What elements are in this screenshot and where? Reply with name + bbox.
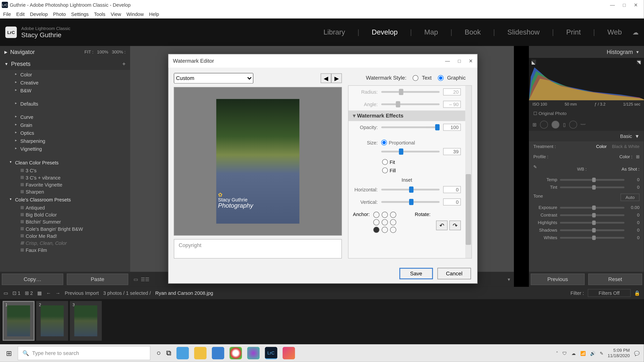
taskbar-cc-icon[interactable] [282, 347, 295, 359]
preset-item[interactable]: Favorite Vignette [0, 181, 130, 188]
histogram-header[interactable]: Histogram▼ [529, 46, 644, 58]
highlights-slider[interactable] [560, 222, 624, 223]
anchor-grid[interactable] [373, 212, 397, 233]
preset-folder-cole[interactable]: Cole's Classroom Presets [0, 195, 130, 204]
style-text-radio[interactable] [412, 75, 418, 81]
radial-tool-icon[interactable] [569, 121, 577, 129]
filter-lock-icon[interactable]: 🔒 [634, 290, 640, 296]
grad-tool-icon[interactable]: ▯ [563, 122, 566, 127]
opacity-value[interactable]: 100 [443, 124, 461, 131]
preset-group-curve[interactable]: Curve [0, 113, 130, 121]
menu-edit[interactable]: Edit [15, 11, 26, 16]
tray-onedrive-icon[interactable]: ☁ [572, 351, 576, 356]
menu-photo[interactable]: Photo [52, 11, 67, 16]
copyright-textarea[interactable]: Copyright [174, 239, 342, 259]
taskbar-mail-icon[interactable] [212, 347, 224, 359]
size-proportional-radio[interactable] [381, 140, 387, 145]
anchor-br[interactable] [390, 227, 396, 233]
filmstrip-thumb[interactable]: 3 [70, 301, 102, 341]
vert-value[interactable]: 0 [443, 198, 461, 205]
cloud-sync-icon[interactable]: ☁ [632, 29, 639, 36]
filter-dropdown[interactable]: Filters Off [588, 289, 630, 297]
preset-item[interactable]: Cole's Bangin' Bright B&W [0, 225, 130, 232]
source-label[interactable]: Previous Import [65, 291, 99, 296]
temp-value[interactable]: 0 [627, 177, 640, 182]
copy-button[interactable]: Copy… [2, 274, 64, 285]
preset-group-creative[interactable]: Creative [0, 79, 130, 86]
shadows-value[interactable]: 0 [627, 228, 640, 232]
loupe-view-icon[interactable]: ▭ [134, 276, 138, 282]
basic-panel-header[interactable]: Basic▼ [529, 131, 644, 141]
contrast-slider[interactable] [560, 214, 624, 216]
redeye-tool-icon[interactable] [552, 121, 559, 129]
presets-header[interactable]: ▼Presets + [0, 58, 130, 70]
taskbar-app-icon[interactable] [247, 347, 260, 359]
taskbar-lightroom-icon[interactable]: LrC [265, 347, 277, 359]
horiz-value[interactable]: 0 [443, 186, 461, 193]
highlights-value[interactable]: 0 [627, 220, 640, 225]
anchor-mc[interactable] [382, 219, 388, 225]
vert-slider[interactable] [381, 201, 440, 203]
preset-group-vignetting[interactable]: Vignetting [0, 145, 130, 153]
profile-value[interactable]: Color : [619, 154, 632, 159]
second-window-icon[interactable]: ▭ [4, 290, 8, 296]
preset-item[interactable]: Color Me Rad! [0, 232, 130, 240]
paste-button[interactable]: Paste [67, 274, 128, 285]
shadows-slider[interactable] [560, 229, 624, 231]
taskbar-clock[interactable]: 5:09 PM11/18/2020 [608, 348, 630, 358]
shadow-clip-icon[interactable]: ◣ [532, 60, 536, 64]
preset-group-defaults[interactable]: Defaults [0, 100, 130, 108]
brush-tool-icon[interactable]: 〰 [580, 122, 586, 127]
spot-tool-icon[interactable] [540, 121, 548, 129]
module-slideshow[interactable]: Slideshow [507, 28, 540, 36]
zoom-100[interactable]: 100% [97, 49, 108, 54]
next-photo-icon[interactable]: → [56, 291, 60, 296]
tray-pen-icon[interactable]: ✎ [600, 351, 603, 356]
filmstrip-thumb[interactable]: 2 [36, 301, 68, 341]
anchor-tl[interactable] [373, 212, 379, 218]
dialog-maximize-button[interactable]: □ [458, 58, 461, 64]
module-web[interactable]: Web [608, 28, 622, 36]
filmstrip-thumb[interactable]: 1 [3, 301, 34, 341]
preset-item[interactable]: Crisp, Clean, Color [0, 240, 130, 247]
preset-group-grain[interactable]: Grain [0, 121, 130, 129]
rotate-right-button[interactable]: ↷ [449, 221, 461, 230]
save-button[interactable]: Save [399, 268, 433, 279]
horiz-slider[interactable] [381, 189, 440, 191]
tray-wifi-icon[interactable]: 📶 [580, 351, 586, 356]
taskbar-store-icon[interactable] [176, 347, 189, 359]
opacity-slider[interactable] [381, 126, 440, 128]
wb-eyedropper-icon[interactable]: ✎ [533, 164, 542, 173]
tray-expand-icon[interactable]: ˄ [556, 351, 558, 356]
menu-help[interactable]: Help [148, 11, 160, 16]
menu-settings[interactable]: Settings [70, 11, 90, 16]
start-button[interactable]: ⊞ [0, 344, 18, 362]
tray-volume-icon[interactable]: 🔊 [590, 351, 595, 356]
taskbar-chrome-icon[interactable] [230, 347, 242, 359]
module-map[interactable]: Map [424, 28, 438, 36]
anchor-ml[interactable] [373, 219, 379, 225]
preset-folder-clean[interactable]: Clean Color Presets [0, 158, 130, 167]
anchor-mr[interactable] [390, 219, 396, 225]
taskbar-search[interactable]: 🔍 Type here to search [18, 346, 150, 360]
module-print[interactable]: Print [566, 28, 581, 36]
reset-button[interactable]: Reset [588, 274, 642, 285]
preview-prev-button[interactable]: ◀ [321, 73, 331, 83]
size-slider[interactable] [381, 151, 440, 152]
preset-group-sharpening[interactable]: Sharpening [0, 137, 130, 145]
close-button[interactable]: ✕ [634, 2, 638, 8]
exposure-slider[interactable] [560, 207, 624, 209]
style-graphic-radio[interactable] [438, 75, 444, 81]
temp-slider[interactable] [560, 179, 624, 181]
taskbar-explorer-icon[interactable] [194, 347, 206, 359]
watermark-effects-header[interactable]: Watermark Effects [348, 110, 465, 121]
menu-window[interactable]: Window [125, 11, 145, 16]
preset-item[interactable]: Faux Film [0, 247, 130, 254]
preset-item[interactable]: Sharpen [0, 188, 130, 195]
size-fit-radio[interactable] [382, 159, 388, 165]
preset-item[interactable]: 3 C's [0, 167, 130, 174]
previous-button[interactable]: Previous [531, 274, 585, 285]
wb-value[interactable]: As Shot : [622, 166, 640, 171]
anchor-bl[interactable] [373, 227, 379, 233]
menu-view[interactable]: View [109, 11, 122, 16]
